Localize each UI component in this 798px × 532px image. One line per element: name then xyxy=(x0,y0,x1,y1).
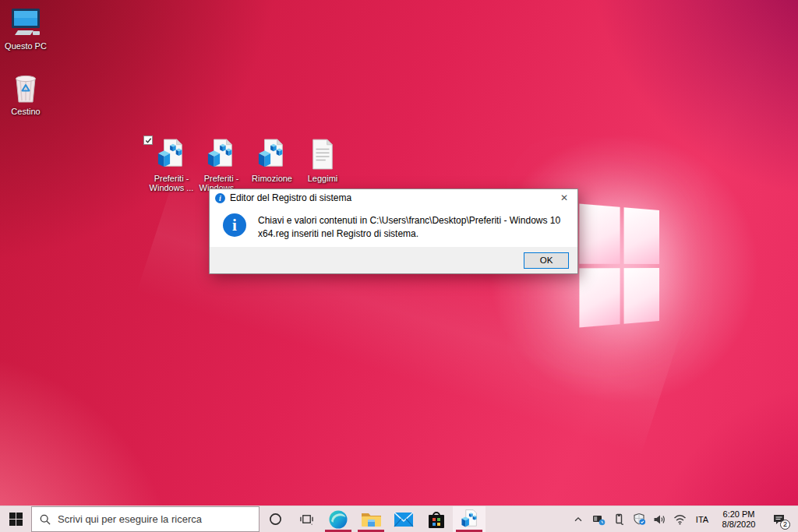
desktop-icon-label: Leggimi xyxy=(293,174,352,183)
info-icon: i xyxy=(215,193,225,203)
cortana-button[interactable] xyxy=(260,506,291,532)
tray-wifi-icon[interactable] xyxy=(669,506,690,532)
clock-date: 8/8/2020 xyxy=(716,520,761,530)
mail-icon xyxy=(394,512,414,527)
windows-start-icon xyxy=(9,513,23,526)
info-circle-icon: i xyxy=(223,213,246,237)
dialog-body: i Chiavi e valori contenuti in C:\Users\… xyxy=(210,206,577,247)
system-tray: ITA 6:20 PM 8/8/2020 2 xyxy=(568,506,798,532)
clock-time: 6:20 PM xyxy=(716,509,761,520)
taskbar-app-regedit[interactable] xyxy=(453,506,486,532)
text-file-icon xyxy=(293,139,352,171)
dialog-footer: OK xyxy=(210,247,577,273)
action-center-button[interactable]: 2 xyxy=(763,506,794,532)
desktop-icon-leggimi[interactable]: Leggimi xyxy=(293,139,352,183)
search-placeholder: Scrivi qui per eseguire la ricerca xyxy=(58,513,202,525)
taskbar-app-store[interactable] xyxy=(420,506,453,532)
clock[interactable]: 6:20 PM 8/8/2020 xyxy=(715,509,763,530)
taskbar-app-mail[interactable] xyxy=(387,506,420,532)
notification-count-badge: 2 xyxy=(780,520,790,530)
desktop: Questo PC Cestino Prefe xyxy=(0,0,798,532)
dialog-titlebar: i Editor del Registro di sistema ✕ xyxy=(210,189,577,206)
taskbar-app-file-explorer[interactable] xyxy=(355,506,387,532)
regedit-icon xyxy=(460,509,479,530)
search-input[interactable]: Scrivi qui per eseguire la ricerca xyxy=(31,506,260,532)
edge-icon xyxy=(328,509,348,530)
tray-display-device-icon[interactable] xyxy=(588,506,609,532)
dialog-message: Chiavi e valori contenuti in C:\Users\fr… xyxy=(258,213,567,242)
tray-usb-device-icon[interactable] xyxy=(609,506,629,532)
recycle-bin-icon xyxy=(0,72,55,104)
taskbar-app-edge[interactable] xyxy=(322,506,355,532)
task-view-icon xyxy=(300,513,313,526)
cortana-icon xyxy=(269,513,282,526)
selected-checkbox[interactable] xyxy=(143,136,153,145)
tray-security-shield-icon[interactable] xyxy=(629,506,649,532)
desktop-icon-label: Questo PC xyxy=(0,41,55,51)
windows-logo-watermark xyxy=(579,204,659,328)
close-icon[interactable]: ✕ xyxy=(551,189,577,206)
desktop-icon-cestino[interactable]: Cestino xyxy=(0,72,55,116)
start-button[interactable] xyxy=(0,506,31,532)
dialog-title: Editor del Registro di sistema xyxy=(230,192,551,203)
search-icon xyxy=(40,514,51,525)
registry-editor-dialog: i Editor del Registro di sistema ✕ i Chi… xyxy=(209,188,578,274)
computer-icon xyxy=(0,6,55,39)
tray-volume-icon[interactable] xyxy=(649,506,669,532)
ok-button[interactable]: OK xyxy=(524,252,569,269)
language-indicator[interactable]: ITA xyxy=(690,515,715,524)
file-explorer-icon xyxy=(361,510,382,529)
taskbar: Scrivi qui per eseguire la ricerca xyxy=(0,506,798,532)
store-icon xyxy=(427,509,446,530)
desktop-icon-label: Cestino xyxy=(0,107,55,116)
desktop-icon-questo-pc[interactable]: Questo PC xyxy=(0,6,55,51)
hidden-icons-chevron[interactable] xyxy=(568,506,588,532)
chevron-up-icon xyxy=(573,514,584,525)
task-view-button[interactable] xyxy=(291,506,322,532)
